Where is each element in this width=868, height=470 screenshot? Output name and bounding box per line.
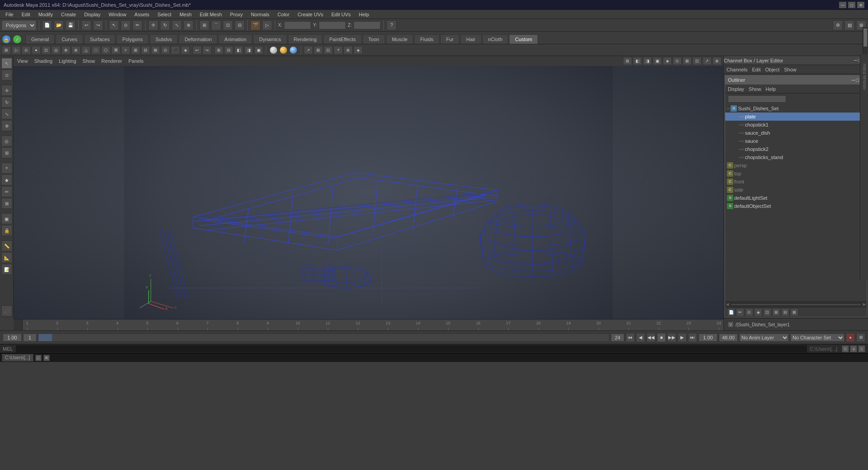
taskbar-item[interactable]: C:\Users\[...] xyxy=(2,354,33,362)
vt-view[interactable]: View xyxy=(15,58,30,64)
lasso-btn[interactable]: ⌖ xyxy=(1,163,12,174)
light-ball-3[interactable] xyxy=(289,46,297,54)
menu-window[interactable]: Window xyxy=(105,11,130,18)
vp-btn-7[interactable]: ⊠ xyxy=(683,57,692,65)
ipr-btn[interactable]: ▷ xyxy=(262,20,272,30)
cb-object[interactable]: Object xyxy=(765,67,779,72)
help-btn[interactable]: ? xyxy=(387,20,396,30)
taskbar-close-btn[interactable]: ✕ xyxy=(43,355,50,361)
h-scroll-track[interactable] xyxy=(731,303,861,306)
menu-assets[interactable]: Assets xyxy=(131,11,153,18)
shelf-btn-2[interactable]: ▷ xyxy=(12,46,21,54)
shelf-btn-15[interactable]: ⊟ xyxy=(141,46,150,54)
lasso-btn[interactable]: ⊙ xyxy=(121,20,131,30)
timeline-ruler[interactable]: 123456789101112131415161718192021222324 xyxy=(23,320,723,330)
undo-btn[interactable]: ↩ xyxy=(81,20,91,30)
layer-vis-toggle[interactable]: V xyxy=(727,321,734,328)
snap-btn-4[interactable]: ⌖ xyxy=(334,46,343,54)
snap-btn-1[interactable]: ↗ xyxy=(304,46,313,54)
layer-item-1[interactable]: V /|Sushi_Dishes_Set_layer1 xyxy=(726,320,866,329)
tab-surfaces[interactable]: Surfaces xyxy=(84,34,115,44)
cluster-btn[interactable]: ◆ xyxy=(1,174,12,185)
anim-layer-select[interactable]: No Anim Layer xyxy=(739,334,789,342)
outliner-item-chopstick2[interactable]: ─○ chopstick2 xyxy=(725,145,867,153)
play-fwd-btn[interactable]: ▶▶ xyxy=(667,333,676,342)
snap-btn-5[interactable]: ⊗ xyxy=(344,46,353,54)
vt-show[interactable]: Show xyxy=(81,58,97,64)
menu-mesh[interactable]: Mesh xyxy=(176,11,195,18)
open-btn[interactable]: 📂 xyxy=(54,20,64,30)
camera-btn[interactable]: 🎥 xyxy=(1,306,12,316)
vp-btn-3[interactable]: ◨ xyxy=(643,57,652,65)
menu-edit-uvs[interactable]: Edit UVs xyxy=(328,11,354,18)
timeline-ruler-area[interactable]: 123456789101112131415161718192021222324 xyxy=(14,319,723,330)
menu-color[interactable]: Color xyxy=(274,11,293,18)
menu-create[interactable]: Create xyxy=(57,11,80,18)
z-coord-input[interactable] xyxy=(354,21,381,29)
viewport-btn-3[interactable]: ◧ xyxy=(234,46,243,54)
vp-btn-9[interactable]: ↗ xyxy=(703,57,712,65)
tab-ncloth[interactable]: nCloth xyxy=(482,34,509,44)
tab-general[interactable]: General xyxy=(25,34,55,44)
tab-fluids[interactable]: Fluids xyxy=(414,34,439,44)
outliner-search[interactable] xyxy=(728,95,786,103)
oir-btn-2[interactable]: ✏ xyxy=(736,308,744,316)
menu-normals[interactable]: Normals xyxy=(247,11,273,18)
taskbar-restore-btn[interactable]: □ xyxy=(35,355,42,361)
rotate-tool-btn[interactable]: ↻ xyxy=(1,97,12,108)
outliner-help[interactable]: Help xyxy=(766,86,776,92)
scale-btn[interactable]: ⤡ xyxy=(172,20,182,30)
tab-deformation[interactable]: Deformation xyxy=(179,34,217,44)
cb-min-btn[interactable]: ─ xyxy=(854,57,858,63)
range-end-input[interactable] xyxy=(719,334,738,342)
menu-display[interactable]: Display xyxy=(80,11,104,18)
outliner-item-sushi-set[interactable]: ─ G Sushi_Dishes_Set xyxy=(725,104,867,113)
light-ball-2[interactable] xyxy=(279,46,288,54)
menu-create-uvs[interactable]: Create UVs xyxy=(294,11,327,18)
h-scroll-left[interactable]: ◀ xyxy=(725,302,730,306)
vt-lighting[interactable]: Lighting xyxy=(57,58,78,64)
new-scene-btn[interactable]: 📄 xyxy=(42,20,52,30)
playback-range-bar[interactable] xyxy=(38,334,609,342)
shelf-btn-5[interactable]: ⊡ xyxy=(42,46,51,54)
vt-shading[interactable]: Shading xyxy=(33,58,54,64)
oir-btn-3[interactable]: ⊙ xyxy=(745,308,753,316)
move-tool-btn[interactable]: ✛ xyxy=(1,85,12,96)
menu-edit[interactable]: Edit xyxy=(18,11,34,18)
viewport-btn-5[interactable]: ▣ xyxy=(254,46,263,54)
shelf-btn-21[interactable]: ↪ xyxy=(203,46,212,54)
tab-polygons[interactable]: Polygons xyxy=(116,34,148,44)
shelf-btn-9[interactable]: △ xyxy=(81,46,90,54)
oir-btn-6[interactable]: ⊞ xyxy=(772,308,780,316)
menu-select[interactable]: Select xyxy=(154,11,175,18)
rotate-btn[interactable]: ↻ xyxy=(160,20,170,30)
window-controls[interactable]: ─ □ ✕ xyxy=(839,2,864,8)
tab-rendering[interactable]: Rendering xyxy=(288,34,323,44)
mode-selector[interactable]: Polygons xyxy=(2,20,36,30)
shelf-btn-7[interactable]: ⊕ xyxy=(61,46,71,54)
snap-grid-btn[interactable]: ⊞ xyxy=(199,20,209,30)
oir-btn-5[interactable]: ⊡ xyxy=(763,308,771,316)
tab-painteffects[interactable]: PaintEffects xyxy=(323,34,362,44)
step-fwd-btn[interactable]: ▶ xyxy=(678,333,687,342)
shelf-btn-10[interactable]: □ xyxy=(91,46,100,54)
shelf-lock-btn[interactable]: 🔒 xyxy=(2,35,11,44)
frame-start-input[interactable] xyxy=(3,334,22,342)
outliner-item-chopsticks-stand[interactable]: ─○ chopsticks_stand xyxy=(725,153,867,161)
frame-end-input[interactable] xyxy=(611,334,624,342)
close-btn[interactable]: ✕ xyxy=(857,2,864,8)
shelf-btn-12[interactable]: ⌘ xyxy=(111,46,120,54)
soft-mod-btn[interactable]: ◎ xyxy=(1,136,12,146)
menu-proxy[interactable]: Proxy xyxy=(226,11,246,18)
menu-file[interactable]: File xyxy=(2,11,17,18)
lattice-btn[interactable]: ⊠ xyxy=(1,198,12,209)
attr-editor-label[interactable]: Attribute Editor xyxy=(862,63,867,90)
outliner-item-sauce[interactable]: ─○ sauce xyxy=(725,137,867,145)
status-btn-3[interactable]: ⊕ xyxy=(858,345,865,352)
vp-btn-4[interactable]: ▣ xyxy=(653,57,662,65)
tab-dynamics[interactable]: Dynamics xyxy=(253,34,287,44)
viewport-btn-1[interactable]: ⊞ xyxy=(214,46,223,54)
tab-curves[interactable]: Curves xyxy=(56,34,83,44)
shelf-ok-btn[interactable]: ✓ xyxy=(13,35,22,44)
vp-btn-2[interactable]: ◧ xyxy=(633,57,642,65)
